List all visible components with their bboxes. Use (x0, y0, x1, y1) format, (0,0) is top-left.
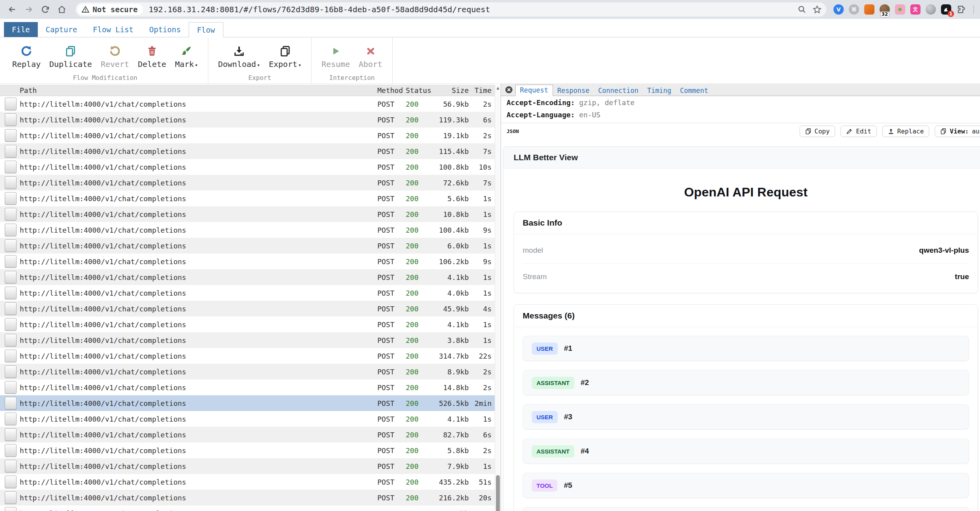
flow-indicator-button[interactable] (5, 176, 17, 189)
back-icon[interactable] (6, 3, 19, 16)
edit-button[interactable]: Edit (841, 126, 877, 137)
flow-indicator-button[interactable] (5, 129, 17, 142)
extension-command-icon[interactable]: ⌘ (849, 4, 859, 15)
flow-indicator-button[interactable] (5, 365, 17, 378)
flow-row[interactable]: http://litellm:4000/v1/chat/completions … (0, 395, 495, 411)
flow-indicator-button[interactable] (5, 224, 17, 236)
menu-file[interactable]: File (4, 22, 38, 37)
abort-button[interactable]: Abort (358, 43, 382, 69)
mark-button[interactable]: Mark▾ (175, 43, 198, 69)
column-method[interactable]: Method (377, 86, 406, 94)
flow-row[interactable]: http://litellm:4000/v1/chat/completions … (0, 159, 495, 175)
flow-indicator-button[interactable] (5, 287, 17, 299)
flow-indicator-button[interactable] (5, 491, 17, 504)
flow-indicator-button[interactable] (5, 271, 17, 283)
flow-indicator-button[interactable] (5, 192, 17, 205)
message-item[interactable]: ASSISTANT #6 (523, 507, 969, 511)
bookmark-star-icon[interactable] (813, 5, 822, 14)
flow-indicator-button[interactable] (5, 98, 17, 110)
flow-row[interactable]: http://litellm:4000/v1/chat/completions … (0, 206, 495, 222)
flow-list-scrollbar[interactable]: ▲ (495, 85, 501, 511)
header-line[interactable]: Accept-Encoding: gzip, deflate (501, 96, 980, 108)
download-button[interactable]: Download▾ (218, 43, 260, 69)
translate-icon[interactable]: 文 (910, 4, 921, 15)
flow-indicator-button[interactable] (5, 208, 17, 220)
tab-comment[interactable]: Comment (676, 85, 713, 96)
home-icon[interactable] (55, 3, 69, 16)
flow-indicator-button[interactable] (5, 413, 17, 425)
flow-indicator-button[interactable] (5, 302, 17, 315)
flow-row[interactable]: http://litellm:4000/v1/chat/completions … (0, 332, 495, 348)
replay-button[interactable]: Replay (12, 43, 41, 69)
flow-row[interactable]: http://litellm:4000/v1/chat/completions … (0, 222, 495, 238)
flow-row[interactable]: http://litellm:4000/v1/chat/completions … (0, 474, 495, 490)
flow-indicator-button[interactable] (5, 334, 17, 346)
flow-row[interactable]: http://litellm:4000/v1/chat/completions … (0, 269, 495, 285)
flow-list-header[interactable]: Path Method Status Size Time (0, 85, 495, 96)
revert-button[interactable]: Revert (101, 43, 129, 69)
flow-indicator-button[interactable] (5, 397, 17, 409)
globe-extension-icon[interactable] (926, 4, 936, 15)
column-time[interactable]: Time (469, 86, 495, 94)
flow-row[interactable]: http://litellm:4000/v1/chat/completions … (0, 427, 495, 442)
message-item[interactable]: TOOL #5 (523, 473, 969, 498)
flow-indicator-button[interactable] (5, 318, 17, 331)
flow-row[interactable]: http://litellm:4000/v1/chat/completions … (0, 301, 495, 317)
message-item[interactable]: ASSISTANT #2 (523, 370, 969, 395)
flow-indicator-button[interactable] (5, 428, 17, 441)
flow-row[interactable]: http://litellm:4000/v1/chat/completions … (0, 364, 495, 380)
tab-response[interactable]: Response (553, 85, 594, 96)
search-icon[interactable] (798, 5, 806, 14)
flow-row[interactable]: http://litellm:4000/v1/chat/completions … (0, 317, 495, 332)
duplicate-button[interactable]: Duplicate (49, 43, 92, 69)
tab-timing[interactable]: Timing (643, 85, 676, 96)
close-icon[interactable] (505, 86, 513, 94)
url-text[interactable]: 192.168.31.248:8081/#/flows/762d3d89-16b… (148, 5, 490, 14)
column-size[interactable]: Size (429, 86, 469, 94)
flow-row[interactable]: http://litellm:4000/v1/chat/completions … (0, 442, 495, 458)
scroll-up-icon[interactable]: ▲ (495, 85, 501, 92)
menu-options[interactable]: Options (141, 22, 189, 37)
security-chip[interactable]: Not secure (78, 4, 143, 15)
flow-row[interactable]: http://litellm:4000/v1/chat/completions … (0, 175, 495, 191)
export-button[interactable]: Export▾ (269, 43, 302, 69)
address-bar[interactable]: Not secure 192.168.31.248:8081/#/flows/7… (76, 2, 826, 17)
column-path[interactable]: Path (20, 86, 377, 94)
copy-button[interactable]: Copy (800, 126, 835, 137)
forward-icon[interactable] (22, 3, 35, 16)
message-item[interactable]: ASSISTANT #4 (523, 439, 969, 464)
flow-indicator-button[interactable] (5, 460, 17, 472)
extensions-puzzle-icon[interactable] (956, 4, 967, 15)
scrollbar-thumb[interactable] (496, 475, 500, 511)
menu-flow[interactable]: Flow (189, 22, 223, 37)
flow-row[interactable]: http://litellm:4000/v1/chat/completions … (0, 285, 495, 301)
menu-flow-list[interactable]: Flow List (85, 22, 141, 37)
flow-row[interactable]: http://litellm:4000/v1/chat/completions … (0, 458, 495, 474)
delete-button[interactable]: Delete (138, 43, 166, 69)
view-mode-button[interactable]: View: auto (935, 126, 980, 137)
extension-v-icon[interactable]: V (833, 4, 844, 15)
flow-row[interactable]: http://litellm:4000/v1/chat/completions … (0, 254, 495, 269)
tab-connection[interactable]: Connection (594, 85, 643, 96)
notification-extension-icon[interactable]: 1 (941, 4, 951, 15)
flow-indicator-button[interactable] (5, 476, 17, 488)
flow-indicator-button[interactable] (5, 113, 17, 126)
flow-row[interactable]: http://litellm:4000/v1/chat/completions … (0, 490, 495, 505)
metamask-icon[interactable] (864, 4, 874, 15)
flow-indicator-button[interactable] (5, 350, 17, 362)
bug-extension-icon[interactable] (895, 4, 905, 15)
flow-indicator-button[interactable] (5, 239, 17, 252)
flow-indicator-button[interactable] (5, 255, 17, 268)
replace-button[interactable]: Replace (882, 126, 929, 137)
flow-indicator-button[interactable] (5, 444, 17, 457)
flow-row[interactable]: http://litellm:4000/v1/chat/completions … (0, 96, 495, 112)
flow-indicator-button[interactable] (5, 145, 17, 157)
flow-indicator-button[interactable] (5, 507, 17, 511)
header-line[interactable]: Accept-Language: en-US (501, 108, 980, 120)
message-item[interactable]: USER #3 (523, 404, 969, 430)
flow-indicator-button[interactable] (5, 161, 17, 173)
resume-button[interactable]: Resume (321, 43, 350, 69)
monkey-extension-icon[interactable]: 32 (880, 4, 890, 15)
flow-row[interactable]: http://litellm:4000/v1/chat/completions … (0, 238, 495, 254)
tab-request[interactable]: Request (515, 85, 553, 96)
